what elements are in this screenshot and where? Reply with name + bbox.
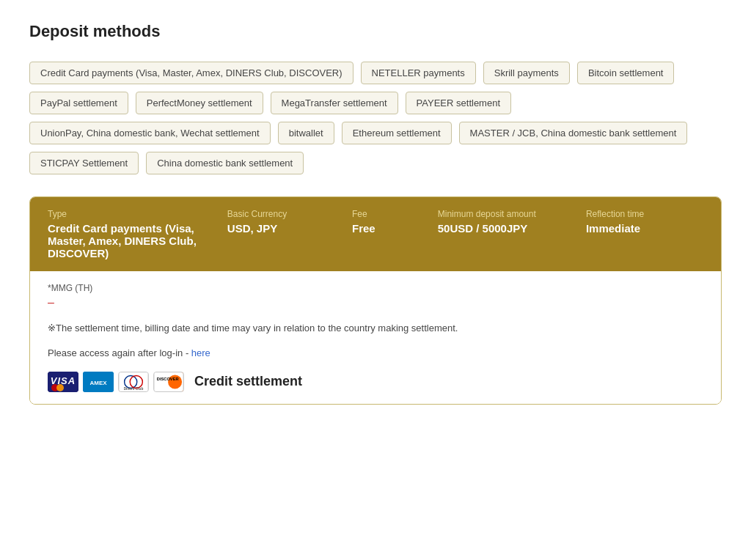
tag-neteller[interactable]: NETELLER payments bbox=[361, 62, 476, 84]
tag-sticpay[interactable]: STICPAY Settlement bbox=[29, 152, 139, 174]
svg-text:Diners Club: Diners Club bbox=[124, 387, 144, 391]
credit-settlement-label: Credit settlement bbox=[194, 374, 302, 389]
deposit-method-tags: Credit Card payments (Visa, Master, Amex… bbox=[29, 62, 722, 174]
login-note: Please access again after log-in - here bbox=[48, 347, 703, 358]
tag-credit-card[interactable]: Credit Card payments (Visa, Master, Amex… bbox=[29, 62, 353, 84]
col-currency-value: USD, JPY bbox=[227, 222, 345, 235]
col-reflection-value: Immediate bbox=[586, 222, 703, 235]
deposit-info-card: Type Credit Card payments (Visa, Master,… bbox=[29, 196, 722, 405]
table-header: Type Credit Card payments (Visa, Master,… bbox=[30, 197, 721, 271]
tag-payeer[interactable]: PAYEER settlement bbox=[406, 92, 511, 114]
mmg-label: *MMG (TH) bbox=[48, 283, 703, 293]
svg-point-3 bbox=[56, 384, 64, 391]
col-reflection-label: Reflection time bbox=[586, 209, 703, 219]
col-currency: Basic Currency USD, JPY bbox=[227, 209, 345, 259]
tag-bitcoin[interactable]: Bitcoin settlement bbox=[577, 62, 675, 84]
card-logos: VISA AMEX Diners Club bbox=[48, 372, 703, 392]
settlement-note: ※The settlement time, billing date and t… bbox=[48, 321, 703, 336]
col-reflection-time: Reflection time Immediate bbox=[586, 209, 703, 259]
tag-unionpay[interactable]: UnionPay, China domestic bank, Wechat se… bbox=[29, 122, 271, 144]
svg-text:AMEX: AMEX bbox=[89, 380, 107, 386]
col-min-deposit: Minimum deposit amount 50USD / 5000JPY bbox=[438, 209, 579, 259]
col-type: Type Credit Card payments (Visa, Master,… bbox=[48, 209, 220, 259]
tag-skrill[interactable]: Skrill payments bbox=[483, 62, 570, 84]
mmg-dash: – bbox=[48, 296, 703, 309]
tag-paypal[interactable]: PayPal settlement bbox=[29, 92, 128, 114]
diners-logo: Diners Club bbox=[118, 372, 149, 392]
col-currency-label: Basic Currency bbox=[227, 209, 345, 219]
col-fee: Fee Free bbox=[352, 209, 431, 259]
page-title: Deposit methods bbox=[29, 22, 722, 41]
tag-megatransfer[interactable]: MegaTransfer settlement bbox=[271, 92, 398, 114]
amex-logo: AMEX bbox=[83, 372, 114, 392]
col-type-value: Credit Card payments (Visa, Master, Amex… bbox=[48, 222, 220, 259]
col-fee-value: Free bbox=[352, 222, 431, 235]
tag-bitwallet[interactable]: bitwallet bbox=[278, 122, 334, 144]
tag-china-domestic[interactable]: China domestic bank settlement bbox=[146, 152, 304, 174]
tag-ethereum[interactable]: Ethereum settlement bbox=[342, 122, 452, 144]
col-min-deposit-label: Minimum deposit amount bbox=[438, 209, 579, 219]
table-body: *MMG (TH) – ※The settlement time, billin… bbox=[30, 271, 721, 404]
login-note-prefix: Please access again after log-in - bbox=[48, 347, 191, 358]
tag-perfectmoney[interactable]: PerfectMoney settlement bbox=[136, 92, 263, 114]
tag-master-jcb[interactable]: MASTER / JCB, China domestic bank settle… bbox=[459, 122, 688, 144]
discover-icon: DISCOVER bbox=[154, 372, 183, 392]
login-link[interactable]: here bbox=[191, 347, 210, 358]
diners-icon: Diners Club bbox=[119, 372, 148, 392]
visa-logo: VISA bbox=[48, 372, 78, 392]
discover-logo: DISCOVER bbox=[153, 372, 184, 392]
col-min-deposit-value: 50USD / 5000JPY bbox=[438, 222, 579, 235]
svg-text:DISCOVER: DISCOVER bbox=[157, 377, 179, 381]
col-fee-label: Fee bbox=[352, 209, 431, 219]
amex-icon: AMEX bbox=[83, 372, 114, 392]
col-type-label: Type bbox=[48, 209, 220, 219]
